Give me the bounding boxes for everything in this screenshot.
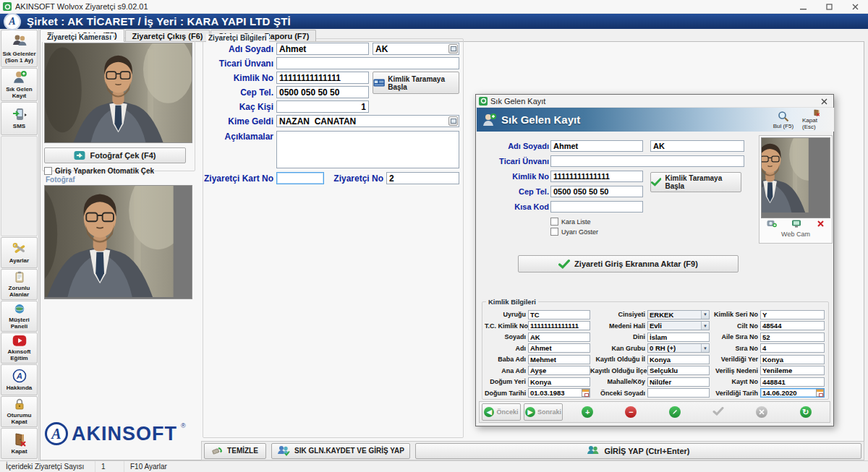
find-button[interactable]: Bul (F5) [768,108,799,131]
sidebar-item-musteri-paneli[interactable]: Müşteri Paneli [1,301,38,332]
checkbox-box[interactable] [44,167,52,175]
field-input[interactable]: 01.03.1983 ▼ [528,388,590,398]
chevron-down-icon[interactable]: ▼ [701,322,709,330]
field-input[interactable]: Konya ▼ [647,355,710,364]
previous-label: Önceki [496,408,518,416]
visitor-no-input[interactable] [386,172,459,184]
last-name-lookup-button[interactable] [448,44,458,53]
field-input[interactable]: Konya ▼ [760,355,825,364]
sidebar-item-akinsoft-egitim[interactable]: Akınsoft Eğitim [1,332,38,364]
maximize-button[interactable] [816,0,842,14]
dlg-mobile-phone-input[interactable] [550,186,643,197]
field-input[interactable]: Konya ▼ [528,377,590,387]
field-input[interactable]: Evli ▼ [647,321,710,330]
delete-photo-icon[interactable] [817,220,825,228]
save-frequent-label: SIK GLN.KAYDET VE GİRİŞ YAP [294,447,404,455]
field-input[interactable]: 14.06.2020 ▼ [760,388,825,398]
dlg-company-title-input[interactable] [550,155,744,167]
identity-field-row: Veriliş Nedeni Yenileme ▼ [710,366,825,376]
field-input[interactable]: Ahmet ▼ [528,343,590,353]
field-input[interactable]: Ayşe ▼ [528,366,590,375]
dlg-first-name-input[interactable] [550,140,643,152]
uyari-goster-checkbox[interactable]: Uyarı Göster [550,228,598,236]
clipboard-icon [12,271,27,283]
dialog-kapat-button[interactable]: Kapat (Esc) [801,108,832,131]
camera-add-icon[interactable] [767,219,777,228]
field-label: Kimlik Seri No [710,311,760,318]
notes-textarea[interactable] [276,131,459,168]
field-label: Kayıtlı Olduğu İl [590,356,647,363]
close-button[interactable] [842,0,868,14]
sidebar-item-oturumu-kapat[interactable]: Oturumu Kapat [1,396,38,427]
field-input[interactable]: İslam ▼ [647,332,710,342]
dlg-last-name-input[interactable] [650,140,744,152]
sidebar-item-sik-gelenler[interactable]: Sık Gelenler (Son 1 Ay) [1,30,38,67]
field-input[interactable]: Nilüfer ▼ [647,377,710,387]
clear-button[interactable]: TEMİZLE [204,443,266,459]
field-input[interactable]: 48544 ▼ [760,321,825,330]
field-input[interactable]: TC ▼ [528,310,590,319]
first-name-input[interactable] [276,43,369,55]
webcam-icon[interactable] [791,220,801,228]
calendar-icon[interactable] [582,389,590,397]
minimize-button[interactable] [790,0,816,14]
tab-ziyaretci-cikis[interactable]: Ziyaretçi Çıkış (F6) [125,30,210,41]
dialog-close-button[interactable] [818,93,830,109]
dlg-short-code-input[interactable] [550,201,643,213]
enter-button[interactable]: GİRİŞ YAP (Ctrl+Enter) [415,443,861,459]
add-record-icon[interactable]: + [582,406,593,418]
cancel-record-icon[interactable] [756,406,767,418]
previous-record-button[interactable]: ◀ Önceki [482,403,521,421]
delete-record-icon[interactable]: − [625,406,637,418]
field-input[interactable]: Mehmet ▼ [528,355,590,364]
capture-photo-button[interactable]: Fotoğraf Çek (F4) [44,147,186,163]
visited-person-input[interactable] [276,115,459,127]
kara-liste-checkbox[interactable]: Kara Liste [550,218,591,226]
kapat-label: Kapat (Esc) [802,117,831,130]
field-input[interactable]: 52 ▼ [760,332,825,342]
auto-capture-checkbox[interactable]: Giriş Yaparken Otomatik Çek [44,167,154,175]
company-title-input[interactable] [276,57,459,69]
field-input[interactable]: AK ▼ [528,332,590,342]
field-input[interactable]: 4 ▼ [760,343,825,353]
checkbox-box[interactable] [550,218,558,226]
chevron-down-icon[interactable]: ▼ [701,344,709,352]
sidebar-item-zorunlu-alanlar[interactable]: Zorunlu Alanlar [1,269,38,300]
mobile-phone-input[interactable] [276,86,369,98]
post-record-icon[interactable] [712,406,724,419]
sidebar-item-label: Müşteri Paneli [1,317,37,330]
capture-photo-label: Fotoğraf Çek (F4) [90,151,156,160]
refresh-record-icon[interactable]: ↻ [800,406,812,418]
field-input[interactable]: ▼ [647,388,710,398]
calendar-icon[interactable] [816,389,824,397]
id-number-input[interactable] [276,72,369,84]
field-input[interactable]: Selçuklu ▼ [647,366,710,375]
last-name-input[interactable] [373,43,459,55]
id-scan-button[interactable]: Kimlik Taramaya Başla [373,72,459,94]
sidebar-item-hakkinda[interactable]: A Hakkında [1,364,38,395]
dlg-id-number-input[interactable] [550,171,643,182]
sidebar-item-ayarlar[interactable]: Ayarlar [1,237,38,268]
dlg-ticari-label: Ticari Ünvanı [477,157,549,166]
field-input[interactable]: Y ▼ [760,310,825,319]
people-group-icon [11,33,28,49]
field-input[interactable]: 0 RH (+) ▼ [647,343,710,353]
field-input[interactable]: 11111111111111 ▼ [528,321,590,330]
next-record-button[interactable]: ▶ Sonraki [524,403,563,421]
transfer-to-entry-button[interactable]: Ziyareti Giriş Ekranına Aktar (F9) [518,255,739,273]
save-frequent-and-enter-button[interactable]: SIK GLN.KAYDET VE GİRİŞ YAP [271,443,410,459]
field-label: Kayıtlı Olduğu İlçe [590,367,647,374]
chevron-down-icon[interactable]: ▼ [701,311,709,319]
sidebar-item-sms[interactable]: SMS [1,102,38,135]
field-label: Doğum Tarihi [485,390,528,397]
checkbox-box[interactable] [550,228,558,236]
sidebar-item-kapat[interactable]: Kapat [1,428,38,459]
edit-record-icon[interactable] [669,406,681,418]
field-input[interactable]: ERKEK ▼ [647,310,710,319]
field-input[interactable]: Yenileme ▼ [760,366,825,375]
field-input[interactable]: 448841 ▼ [760,377,825,387]
person-count-input[interactable] [276,100,369,113]
sidebar-item-sik-gelen-kayit[interactable]: Sık Gelen Kayıt [1,68,38,101]
visited-person-lookup-button[interactable] [448,116,458,126]
dlg-id-scan-button[interactable]: Kimlik Taramaya Başla [650,172,741,192]
